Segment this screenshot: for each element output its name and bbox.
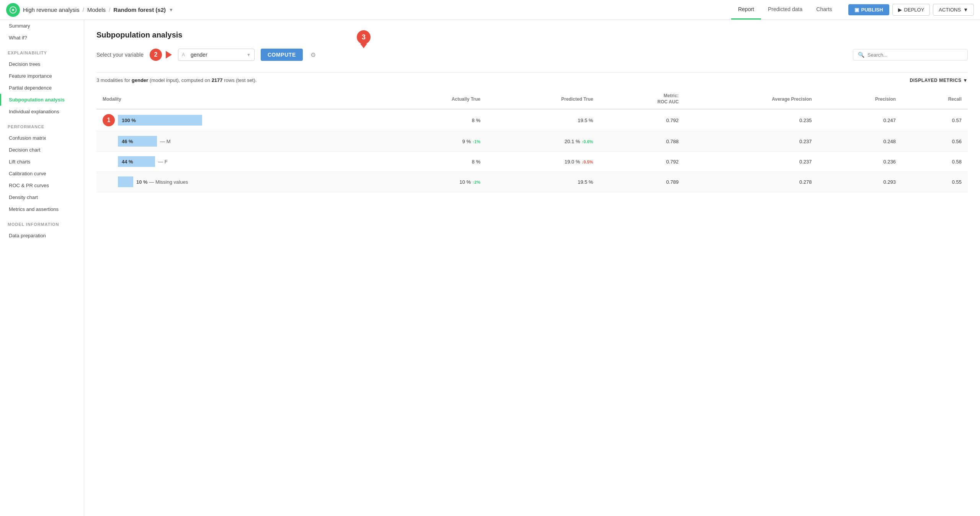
- actually-true-cell: 8 %: [382, 109, 487, 131]
- publish-icon: ▣: [854, 7, 859, 13]
- modality-label-f: — F: [158, 159, 168, 165]
- deploy-button[interactable]: ▶ DEPLOY: [892, 4, 930, 16]
- breadcrumb-project[interactable]: High revenue analysis: [23, 7, 80, 13]
- topbar-actions: ▣ PUBLISH ▶ DEPLOY ACTIONS ▼: [848, 4, 974, 16]
- annotation-badge-2: 2: [150, 49, 162, 61]
- annotation-arrow-2: [166, 51, 172, 59]
- topbar: High revenue analysis / Models / Random …: [0, 0, 980, 20]
- table-row: 44 % — F 8 % 19.0 % ↓0.5% 0.792 0.237 0.…: [96, 152, 968, 172]
- var-selector-row: Select your variable 2 A gender ▼ COMPUT…: [96, 49, 968, 61]
- page-title: Subpopulation analysis: [96, 31, 968, 39]
- roc-auc-cell: 0.788: [599, 131, 684, 152]
- sidebar: Summary What if? EXPLAINABILITY Decision…: [0, 20, 84, 516]
- recall-cell: 0.55: [902, 172, 968, 192]
- sidebar-item-data-preparation[interactable]: Data preparation: [0, 230, 84, 242]
- search-icon: 🔍: [858, 52, 864, 58]
- recall-cell: 0.57: [902, 109, 968, 131]
- predicted-true-cell: 20.1 % ↑0.6%: [487, 131, 599, 152]
- sidebar-item-confusion-matrix[interactable]: Confusion matrix: [0, 132, 84, 144]
- sidebar-item-what-if[interactable]: What if?: [0, 32, 84, 44]
- breadcrumb-sep2: /: [109, 7, 110, 13]
- predicted-true-cell: 19.5 %: [487, 109, 599, 131]
- compute-button[interactable]: COMPUTE: [261, 49, 303, 61]
- sidebar-item-calibration-curve[interactable]: Calibration curve: [0, 168, 84, 180]
- var-selector-label: Select your variable: [96, 52, 144, 58]
- layout: Summary What if? EXPLAINABILITY Decision…: [0, 20, 980, 516]
- avg-precision-cell: 0.237: [685, 152, 818, 172]
- breadcrumb-section[interactable]: Models: [87, 7, 106, 13]
- modality-bar-f: 44 %: [118, 156, 155, 167]
- sidebar-item-density-chart[interactable]: Density chart: [0, 191, 84, 203]
- breadcrumb-chevron-icon[interactable]: ▼: [169, 7, 173, 13]
- delta-down-icon: ↓0.5%: [581, 160, 593, 164]
- breadcrumb-sep1: /: [83, 7, 84, 13]
- sidebar-item-metrics-assertions[interactable]: Metrics and assertions: [0, 203, 84, 215]
- sidebar-item-subpopulation-analysis[interactable]: Subpopulation analysis: [0, 94, 84, 106]
- sidebar-section-model-information: MODEL INFORMATION: [0, 215, 84, 230]
- roc-auc-cell: 0.792: [599, 109, 684, 131]
- precision-cell: 0.293: [818, 172, 902, 192]
- breadcrumb-current[interactable]: Random forest (s2): [113, 7, 166, 13]
- modality-label-m: — M: [160, 139, 170, 144]
- annotation-pointer-3: [360, 44, 367, 48]
- recall-cell: 0.58: [902, 152, 968, 172]
- modality-label-missing: 10 % — Missing values: [136, 179, 188, 185]
- modality-cell: 46 % — M: [96, 131, 382, 152]
- var-select-chevron-icon: ▼: [247, 52, 251, 57]
- sidebar-section-performance: PERFORMANCE: [0, 118, 84, 132]
- sidebar-item-decision-trees[interactable]: Decision trees: [0, 58, 84, 70]
- delta-up-icon: ↑1%: [472, 139, 480, 144]
- sidebar-item-summary[interactable]: Summary: [0, 20, 84, 32]
- col-header-avg-precision: Average Precision: [685, 89, 818, 109]
- displayed-metrics-button[interactable]: DISPLAYED METRICS ▼: [910, 78, 968, 83]
- app-logo: [6, 3, 20, 17]
- precision-cell: 0.236: [818, 152, 902, 172]
- deploy-icon: ▶: [898, 7, 902, 13]
- precision-cell: 0.247: [818, 109, 902, 131]
- displayed-metrics-chevron-icon: ▼: [963, 78, 968, 83]
- nav-predicted-data[interactable]: Predicted data: [761, 0, 809, 20]
- breadcrumb: High revenue analysis / Models / Random …: [23, 7, 728, 13]
- topbar-nav: Report Predicted data Charts: [731, 0, 839, 20]
- avg-precision-cell: 0.278: [685, 172, 818, 192]
- search-input[interactable]: [867, 52, 963, 58]
- info-row: 3 modalities for gender (model input), c…: [96, 72, 968, 88]
- sidebar-section-explainability: EXPLAINABILITY: [0, 44, 84, 58]
- nav-charts[interactable]: Charts: [809, 0, 839, 20]
- sidebar-item-decision-chart[interactable]: Decision chart: [0, 144, 84, 156]
- sidebar-item-feature-importance[interactable]: Feature importance: [0, 70, 84, 82]
- main-content: Subpopulation analysis 3 Select your var…: [84, 20, 980, 516]
- search-wrapper: 🔍: [853, 49, 968, 60]
- annotation-badge-1: 1: [103, 114, 115, 126]
- var-select[interactable]: gender: [178, 49, 255, 61]
- delta-up-icon: ↑2%: [472, 180, 480, 185]
- settings-button[interactable]: ⚙: [309, 50, 317, 60]
- actions-button[interactable]: ACTIONS ▼: [933, 4, 974, 16]
- modality-cell: 44 % — F: [96, 152, 382, 172]
- publish-button[interactable]: ▣ PUBLISH: [848, 4, 889, 15]
- data-table: Modality Actually True Predicted True Me…: [96, 89, 968, 192]
- actually-true-cell: 8 %: [382, 152, 487, 172]
- sidebar-item-individual-explanations[interactable]: Individual explanations: [0, 106, 84, 118]
- col-header-predicted: Predicted True: [487, 89, 599, 109]
- sidebar-item-roc-pr-curves[interactable]: ROC & PR curves: [0, 180, 84, 191]
- col-header-modality: Modality: [96, 89, 382, 109]
- modality-cell: 10 % — Missing values: [96, 172, 382, 192]
- sidebar-item-partial-dependence[interactable]: Partial dependence: [0, 82, 84, 94]
- modality-cell: 1 100 %: [96, 109, 382, 131]
- modality-bar-m: 46 %: [118, 136, 157, 147]
- annotation-badge-3: 3: [357, 30, 371, 44]
- var-select-wrapper: A gender ▼: [178, 49, 255, 61]
- predicted-true-cell: 19.0 % ↓0.5%: [487, 152, 599, 172]
- sidebar-item-lift-charts[interactable]: Lift charts: [0, 156, 84, 168]
- table-row: 46 % — M 9 % ↑1% 20.1 % ↑0.6% 0.788: [96, 131, 968, 152]
- col-header-precision: Precision: [818, 89, 902, 109]
- nav-report[interactable]: Report: [731, 0, 761, 20]
- avg-precision-cell: 0.237: [685, 131, 818, 152]
- delta-up-icon: ↑0.6%: [581, 139, 593, 144]
- recall-cell: 0.56: [902, 131, 968, 152]
- col-header-actually: Actually True: [382, 89, 487, 109]
- gear-icon: ⚙: [310, 52, 316, 58]
- col-header-roc: Metric:ROC AUC: [599, 89, 684, 109]
- info-text: 3 modalities for gender (model input), c…: [96, 77, 256, 83]
